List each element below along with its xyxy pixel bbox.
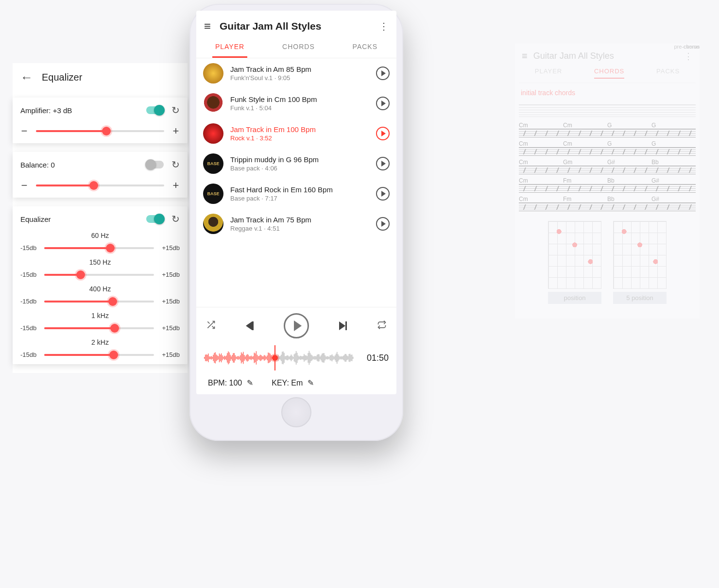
track-list[interactable]: Jam Track in Am 85 Bpm Funk'n'Soul v.1 ·…	[196, 58, 396, 307]
balance-slider[interactable]	[36, 185, 164, 186]
eq-bands-container: 60 Hz -15db +15db 150 Hz -15db +15db 400…	[20, 232, 180, 358]
more-icon[interactable]: ⋮	[684, 51, 693, 62]
track-row[interactable]: Funk Style in Cm 100 Bpm Funk v.1 · 5:04	[196, 88, 396, 118]
amplifier-reset-icon[interactable]: ↻	[171, 104, 180, 116]
svg-rect-102	[306, 355, 306, 360]
svg-rect-60	[264, 355, 264, 361]
svg-rect-20	[224, 356, 224, 360]
equalizer-panel: ← Equalizer Amplifier: +3 dB ↻ − + Balan…	[13, 63, 188, 373]
svg-rect-85	[289, 356, 290, 359]
kebab-icon[interactable]: ⋮	[379, 20, 389, 32]
svg-rect-32	[236, 357, 237, 359]
prev-track-button[interactable]	[246, 321, 254, 330]
svg-rect-135	[339, 355, 339, 360]
svg-rect-84	[288, 355, 288, 360]
svg-rect-19	[223, 357, 223, 359]
edit-bpm-icon[interactable]: ✎	[247, 378, 253, 387]
svg-rect-144	[348, 356, 348, 360]
svg-rect-109	[313, 356, 313, 359]
svg-rect-30	[234, 353, 235, 363]
eq-band-freq: 2 kHz	[20, 338, 180, 346]
svg-rect-57	[261, 355, 261, 361]
track-row[interactable]: BASE Trippin muddy in G 96 Bpm Base pack…	[196, 149, 396, 179]
balance-reset-icon[interactable]: ↻	[171, 159, 180, 170]
balance-toggle[interactable]	[146, 161, 164, 168]
waveform[interactable]	[204, 347, 354, 369]
balance-minus-icon[interactable]: −	[20, 179, 28, 192]
svg-rect-97	[301, 356, 301, 359]
svg-rect-108	[312, 355, 312, 361]
svg-rect-91	[295, 353, 295, 363]
eq-band-slider-1[interactable]	[44, 274, 154, 276]
repeat-icon[interactable]	[377, 320, 387, 332]
svg-rect-112	[316, 356, 316, 360]
back-icon[interactable]: ←	[20, 70, 33, 85]
fretboard-1[interactable]: position	[548, 221, 601, 304]
track-play-icon[interactable]	[376, 217, 390, 231]
eq-toggle[interactable]	[146, 215, 164, 223]
tab-player-faded[interactable]: PLAYER	[535, 67, 562, 79]
track-play-icon[interactable]	[376, 67, 390, 80]
svg-rect-46	[250, 356, 250, 360]
chords-tabs: PLAYER CHORDS PACKS	[519, 67, 696, 83]
svg-rect-111	[315, 356, 315, 360]
eq-band-slider-4[interactable]	[44, 354, 154, 356]
fret-caption-1: position	[548, 292, 601, 304]
svg-rect-59	[263, 356, 263, 359]
svg-rect-1	[205, 354, 205, 361]
eq-band-slider-2[interactable]	[44, 301, 154, 302]
track-title: Trippin muddy in G 96 Bpm	[230, 155, 369, 164]
next-track-button[interactable]	[339, 321, 347, 330]
eq-reset-icon[interactable]: ↻	[171, 213, 180, 225]
track-row[interactable]: Jam Track in Am 75 Bpm Reggae v.1 · 4:51	[196, 209, 396, 239]
hamburger-icon[interactable]: ≡	[204, 19, 211, 33]
eq-band-slider-0[interactable]	[44, 247, 154, 249]
menu-icon[interactable]: ≡	[522, 50, 528, 62]
tab-player[interactable]: PLAYER	[212, 38, 247, 58]
eq-band-max: +15db	[162, 324, 180, 332]
amplifier-slider[interactable]	[36, 130, 164, 132]
balance-plus-icon[interactable]: +	[172, 179, 180, 192]
amplifier-toggle[interactable]	[146, 106, 164, 114]
svg-rect-99	[303, 356, 303, 360]
svg-rect-113	[317, 355, 317, 361]
key-control[interactable]: KEY: Em ✎	[272, 378, 314, 387]
phone-frame: ≡ Guitar Jam All Styles ⋮ PLAYER CHORDS …	[189, 4, 403, 441]
svg-rect-94	[298, 355, 298, 360]
svg-rect-5	[209, 356, 209, 359]
edit-key-icon[interactable]: ✎	[308, 378, 314, 387]
chord-line: CmCmGG	[519, 140, 696, 147]
svg-rect-80	[284, 353, 284, 363]
tab-packs[interactable]: PACKS	[350, 38, 380, 58]
amplifier-plus-icon[interactable]: +	[172, 125, 180, 137]
svg-rect-65	[269, 353, 269, 363]
track-play-icon[interactable]	[376, 97, 390, 110]
track-row[interactable]: BASE Fast Hard Rock in Em 160 Bpm Base p…	[196, 179, 396, 209]
svg-rect-98	[302, 356, 302, 359]
svg-rect-31	[235, 355, 236, 361]
track-play-icon[interactable]	[376, 127, 390, 140]
track-play-icon[interactable]	[376, 157, 390, 170]
svg-rect-92	[296, 351, 296, 365]
eq-band-max: +15db	[162, 351, 180, 358]
playhead[interactable]	[274, 345, 275, 370]
svg-rect-23	[227, 353, 227, 363]
tab-packs-faded[interactable]: PACKS	[656, 67, 680, 79]
track-play-icon[interactable]	[376, 187, 390, 201]
play-button[interactable]	[284, 313, 309, 338]
tab-chords[interactable]: CHORDS	[279, 38, 318, 58]
svg-rect-124	[328, 356, 328, 360]
svg-rect-45	[249, 356, 249, 359]
tab-chords-faded[interactable]: CHORDS	[594, 67, 624, 79]
track-row[interactable]: Jam Track in Em 100 Bpm Rock v.1 · 3:52	[196, 118, 396, 149]
shuffle-icon[interactable]	[206, 320, 216, 332]
amplifier-minus-icon[interactable]: −	[20, 125, 28, 137]
bpm-control[interactable]: BPM: 100 ✎	[208, 378, 253, 387]
track-title: Funk Style in Cm 100 Bpm	[230, 95, 369, 103]
svg-rect-141	[345, 354, 345, 362]
fretboard-2[interactable]: 5 position	[613, 221, 667, 304]
eq-band-slider-3[interactable]	[44, 327, 154, 329]
track-row[interactable]: Jam Track in Am 85 Bpm Funk'n'Soul v.1 ·…	[196, 58, 396, 88]
svg-rect-61	[265, 355, 265, 360]
initial-chords-link[interactable]: initial track chords	[519, 83, 696, 102]
